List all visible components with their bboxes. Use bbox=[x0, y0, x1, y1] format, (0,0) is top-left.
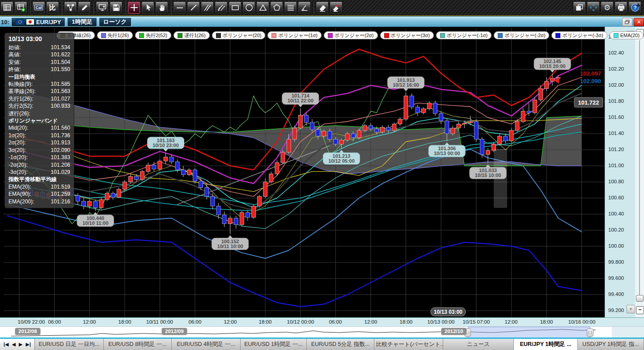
legend-item[interactable]: ボリンジャー(20) bbox=[212, 31, 266, 39]
tab-scroll-button[interactable]: ▶| bbox=[24, 342, 32, 347]
legend-item[interactable]: 先行2(52) bbox=[135, 31, 171, 39]
zoom-slider-handle[interactable] bbox=[636, 295, 644, 302]
legend-item[interactable]: ボリンジャー(-2σ) bbox=[494, 31, 549, 39]
legend-item[interactable]: 先行1(26) bbox=[97, 31, 133, 39]
data-table-icon[interactable] bbox=[0, 1, 13, 14]
time-tick-label: 12:00 bbox=[210, 319, 250, 325]
calendar-icon[interactable]: Cal bbox=[32, 1, 45, 14]
chart-tab[interactable]: EUR/USD 8時間足 一... bbox=[104, 339, 172, 350]
info-label: 2σ(20): bbox=[8, 139, 26, 146]
candle bbox=[428, 103, 432, 109]
hand-tool-icon[interactable] bbox=[155, 1, 168, 14]
legend-item[interactable]: ボリンジャー(-3σ) bbox=[551, 31, 607, 39]
tab-scroll-button[interactable]: ▶ bbox=[17, 342, 24, 347]
time-tick-label: 10/16 00:00 bbox=[562, 319, 602, 325]
triangle-tool-icon[interactable] bbox=[256, 1, 269, 14]
candle bbox=[392, 124, 396, 130]
pentagon-tool-icon[interactable] bbox=[270, 1, 283, 14]
eraser-all-label: ALL bbox=[335, 4, 340, 7]
chart-tab[interactable]: EUR/USD 日足 一目均... bbox=[35, 339, 104, 350]
add-tab-button[interactable]: + bbox=[634, 1, 643, 10]
pair-label: EUR/JPY bbox=[36, 19, 61, 25]
zoom-out-button[interactable]: − bbox=[636, 306, 644, 314]
expand-window-icon[interactable] bbox=[587, 1, 600, 14]
chart-tab[interactable]: EUR/USD 1時間足 一... bbox=[241, 339, 307, 350]
price-tick-label: 99.200 bbox=[608, 308, 624, 313]
cascade-windows-icon[interactable] bbox=[573, 1, 586, 14]
pair-selector[interactable]: EUR/JPY bbox=[11, 17, 66, 27]
candle bbox=[345, 134, 349, 140]
settings-gear-icon[interactable]: ⚙ bbox=[601, 1, 614, 14]
candle bbox=[187, 170, 191, 175]
info-label: 先行2(52): bbox=[8, 102, 33, 110]
legend-item[interactable]: EMA(20) bbox=[610, 31, 644, 39]
legend-item[interactable]: ボリンジャー(3σ) bbox=[380, 31, 434, 39]
ohlc-info-panel: 10/13 03:00 始値:101.534高値:101.622安値:101.5… bbox=[4, 33, 74, 208]
legend-item[interactable]: ボリンジャー(1σ) bbox=[267, 31, 322, 39]
legend-label: ボリンジャー(1σ) bbox=[278, 32, 318, 39]
overview-minimap[interactable]: 2012/082012/092012/10 bbox=[0, 326, 644, 338]
info-row: EMA(20):101.519 bbox=[8, 183, 70, 190]
time-tick-label: 10/13 00:00 bbox=[421, 319, 461, 325]
zoom-scrollbar[interactable]: + − bbox=[635, 27, 644, 317]
price-axis[interactable]: ▲ ▼ 102.60102.40102.20102.00101.80101.60… bbox=[605, 27, 636, 317]
compare-icon[interactable]: 比 bbox=[46, 1, 59, 14]
price-chart[interactable]: 101.16310/10 23:00100.44010/10 11:00100.… bbox=[0, 27, 605, 317]
indicator-graph-icon[interactable] bbox=[64, 1, 77, 14]
time-axis[interactable]: 10/09 22:0006:0012:0018:0010/11 00:0006:… bbox=[0, 317, 644, 327]
tab-scroll-button[interactable]: |◀ bbox=[2, 342, 10, 347]
crosshair-tool-icon[interactable] bbox=[127, 1, 140, 14]
scroll-down-icon[interactable]: ▼ bbox=[627, 305, 635, 313]
close-icon[interactable]: ✕ bbox=[634, 18, 644, 26]
tab-scroll-button[interactable]: ◀ bbox=[11, 342, 17, 347]
eraser-icon[interactable] bbox=[316, 1, 329, 14]
time-tick-label: 18:00 bbox=[245, 319, 285, 325]
save-icon[interactable] bbox=[110, 1, 123, 14]
chart-tab[interactable]: ニュース bbox=[443, 339, 514, 350]
info-value: 102.090 bbox=[51, 147, 70, 154]
candle bbox=[381, 127, 385, 132]
trend-line-tool-icon[interactable] bbox=[187, 1, 200, 14]
candle bbox=[117, 189, 121, 197]
chart-type-button[interactable]: ローソク bbox=[99, 17, 131, 27]
month-marker: 2012/10 bbox=[441, 328, 467, 335]
legend-item[interactable]: ボリンジャー(2σ) bbox=[324, 31, 378, 39]
legend-item[interactable]: ボリンジャー(-1σ) bbox=[436, 31, 491, 39]
chart-tab[interactable]: 比較チャート(パーセント... bbox=[374, 339, 443, 350]
candle bbox=[451, 128, 455, 134]
candle bbox=[498, 136, 502, 144]
timeframe-button[interactable]: 1時間足 bbox=[67, 17, 97, 27]
restore-window-button[interactable] bbox=[622, 18, 632, 26]
info-row: Mid(20):101.560 bbox=[8, 124, 70, 131]
chart-tab[interactable]: EUR/USD 4時間足 一... bbox=[172, 339, 241, 350]
selection-handle-right[interactable] bbox=[587, 329, 593, 337]
chart-tab[interactable]: USD/JPY 1時間足 指... bbox=[578, 339, 644, 350]
angle-tool-icon[interactable] bbox=[298, 1, 311, 14]
ellipse-tool-icon[interactable] bbox=[242, 1, 255, 14]
multi-lines-tool-icon[interactable] bbox=[284, 1, 297, 14]
rectangle-tool-icon[interactable] bbox=[229, 1, 242, 14]
chart-tab-active[interactable]: EUR/JPY 1時間足 ... bbox=[514, 339, 578, 350]
candle bbox=[351, 134, 355, 138]
chart-settings-icon[interactable] bbox=[96, 1, 109, 14]
legend-item[interactable]: 遅行1(26) bbox=[174, 31, 210, 39]
cursor-tool-icon[interactable] bbox=[141, 1, 154, 14]
chart-tab[interactable]: EUR/USD 5分足 指数... bbox=[307, 339, 374, 350]
candle bbox=[310, 122, 314, 130]
eraser-all-icon[interactable]: ALL bbox=[330, 1, 343, 14]
add-table-icon[interactable] bbox=[14, 1, 27, 14]
parallel-lines-tool-icon[interactable] bbox=[201, 1, 214, 14]
pencil-icon[interactable] bbox=[78, 1, 91, 14]
horizontal-line-tool-icon[interactable] bbox=[173, 1, 186, 14]
print-icon[interactable] bbox=[614, 1, 627, 14]
overview-right-cap bbox=[612, 327, 644, 338]
channel-tool-icon[interactable] bbox=[215, 1, 228, 14]
candle bbox=[88, 201, 92, 206]
info-row: 始値:101.534 bbox=[8, 44, 70, 51]
chart-title-bar: 10: EUR/JPY 1時間足 ローソク ✕ bbox=[0, 16, 644, 27]
overview-selection[interactable] bbox=[468, 327, 590, 339]
zoom-track[interactable] bbox=[639, 40, 640, 299]
candle bbox=[93, 201, 97, 207]
bid-price-label: 102.090 bbox=[580, 78, 601, 84]
info-label: -3σ(20): bbox=[8, 169, 28, 176]
